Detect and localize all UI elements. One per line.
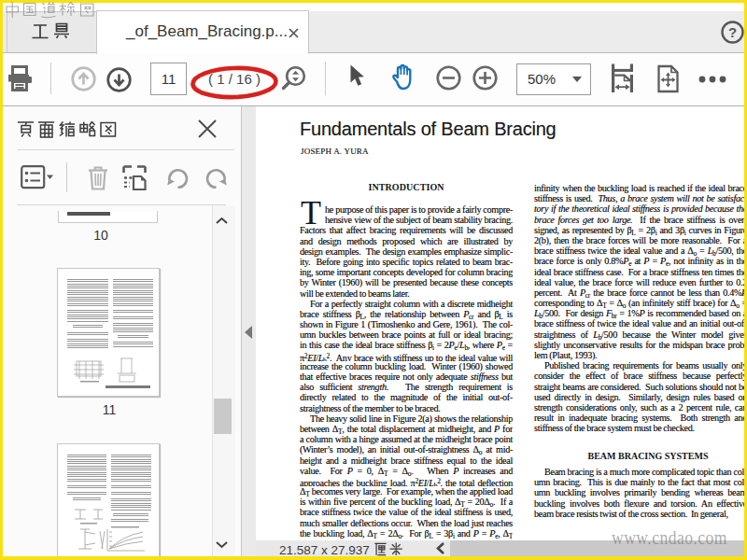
svg-text:?: ? [728, 24, 737, 40]
